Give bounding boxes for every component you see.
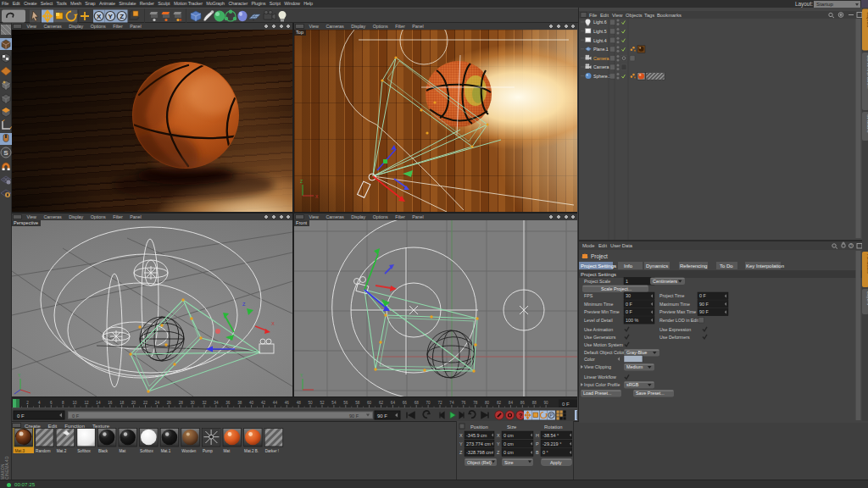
svg-text:0 F: 0 F bbox=[626, 309, 632, 314]
svg-text:Apply: Apply bbox=[550, 460, 562, 465]
svg-text:Objects: Objects bbox=[626, 13, 643, 18]
svg-text:Use Animation: Use Animation bbox=[584, 327, 613, 332]
svg-text:Mat.1: Mat.1 bbox=[161, 449, 171, 453]
svg-text:Use Generators: Use Generators bbox=[584, 335, 616, 340]
svg-text:42: 42 bbox=[261, 401, 266, 405]
svg-text:X: X bbox=[97, 13, 102, 20]
svg-text:S: S bbox=[3, 149, 8, 157]
svg-text:76: 76 bbox=[461, 401, 466, 405]
svg-text:X: X bbox=[497, 433, 500, 438]
svg-text:Project Settings: Project Settings bbox=[581, 263, 616, 269]
svg-text:0 F: 0 F bbox=[72, 413, 80, 419]
svg-text:Linear Workflow: Linear Workflow bbox=[584, 374, 616, 380]
svg-text:Preview Max Time: Preview Max Time bbox=[659, 309, 696, 314]
svg-text:70: 70 bbox=[426, 401, 431, 405]
svg-text:Mat.2 B.: Mat.2 B. bbox=[244, 449, 259, 453]
svg-text:58: 58 bbox=[355, 401, 360, 405]
svg-text:Scale Project...: Scale Project... bbox=[601, 286, 632, 291]
svg-text:0 F: 0 F bbox=[17, 413, 25, 419]
svg-text:10: 10 bbox=[73, 401, 78, 405]
svg-text:X: X bbox=[271, 321, 275, 326]
svg-text:B: B bbox=[536, 450, 539, 455]
svg-text:Edit: Edit bbox=[600, 13, 609, 18]
svg-text:Bookmarks: Bookmarks bbox=[657, 13, 682, 18]
svg-text:Random: Random bbox=[36, 449, 51, 453]
svg-text:14: 14 bbox=[96, 401, 101, 405]
svg-text:Rotation: Rotation bbox=[544, 424, 563, 430]
svg-text:Y: Y bbox=[108, 13, 114, 20]
svg-text:22: 22 bbox=[143, 401, 148, 405]
svg-text:62: 62 bbox=[379, 401, 384, 405]
svg-text:Color: Color bbox=[584, 357, 595, 362]
svg-text:28: 28 bbox=[179, 401, 184, 405]
svg-text:Sphere.1: Sphere.1 bbox=[593, 74, 611, 79]
svg-text:0 F: 0 F bbox=[699, 293, 706, 298]
svg-text:H: H bbox=[536, 433, 539, 438]
svg-text:File: File bbox=[589, 13, 597, 18]
svg-text:Mat.2: Mat.2 bbox=[57, 449, 67, 453]
svg-text:Z: Z bbox=[242, 302, 246, 307]
svg-text:Camera: Camera bbox=[593, 64, 609, 69]
svg-text:86: 86 bbox=[520, 401, 526, 405]
svg-text:Mat.3: Mat.3 bbox=[15, 449, 25, 453]
svg-text:X: X bbox=[315, 194, 319, 199]
svg-text:0 cm: 0 cm bbox=[504, 450, 514, 455]
svg-text:X: X bbox=[459, 433, 463, 438]
svg-text:50: 50 bbox=[309, 401, 314, 405]
svg-text:Light.5: Light.5 bbox=[593, 29, 607, 34]
svg-text:30: 30 bbox=[191, 401, 196, 405]
svg-text:Light.4: Light.4 bbox=[593, 38, 607, 43]
svg-text:Y: Y bbox=[459, 441, 463, 446]
svg-text:Medium: Medium bbox=[626, 364, 643, 369]
svg-text:FPS: FPS bbox=[584, 293, 593, 298]
svg-text:40: 40 bbox=[249, 401, 254, 405]
svg-text:26: 26 bbox=[167, 401, 172, 405]
svg-text:Wooden: Wooden bbox=[181, 449, 196, 453]
svg-text:Mode: Mode bbox=[582, 243, 595, 248]
svg-text:Edit: Edit bbox=[598, 243, 607, 248]
svg-text:Z: Z bbox=[497, 450, 500, 455]
svg-text:Project Settings: Project Settings bbox=[581, 272, 616, 277]
svg-text:Level of Detail: Level of Detail bbox=[584, 318, 613, 323]
svg-text:78: 78 bbox=[473, 401, 478, 405]
svg-text:Default Object Color: Default Object Color bbox=[584, 350, 625, 355]
svg-text:?: ? bbox=[519, 412, 523, 419]
svg-text:Z: Z bbox=[459, 450, 463, 455]
svg-text:Save Preset...: Save Preset... bbox=[636, 391, 665, 396]
svg-text:Centimeters: Centimeters bbox=[653, 279, 677, 284]
svg-text:16: 16 bbox=[108, 401, 113, 405]
svg-text:90: 90 bbox=[544, 401, 549, 405]
svg-text:Project Scale: Project Scale bbox=[584, 279, 610, 284]
svg-text:30: 30 bbox=[626, 293, 631, 298]
svg-text:Softbox: Softbox bbox=[77, 449, 91, 453]
svg-text:56: 56 bbox=[343, 401, 348, 405]
svg-text:Size: Size bbox=[507, 424, 516, 430]
svg-text:1: 1 bbox=[626, 279, 628, 284]
svg-text:38: 38 bbox=[237, 401, 242, 405]
svg-text:Softbox: Softbox bbox=[140, 449, 153, 453]
svg-text:Use Deformers: Use Deformers bbox=[659, 335, 690, 340]
svg-text:View Clipping: View Clipping bbox=[584, 364, 611, 369]
svg-text:68: 68 bbox=[415, 401, 420, 405]
svg-text:Dynamics: Dynamics bbox=[646, 263, 668, 269]
svg-text:Size: Size bbox=[504, 460, 514, 465]
svg-text:0 cm: 0 cm bbox=[504, 433, 514, 438]
svg-text:74: 74 bbox=[449, 401, 454, 405]
svg-text:Object (Rel): Object (Rel) bbox=[467, 460, 492, 465]
svg-text:Plane.1: Plane.1 bbox=[593, 47, 609, 52]
svg-text:Load Preset...: Load Preset... bbox=[583, 391, 612, 396]
svg-text:Light.6: Light.6 bbox=[593, 19, 607, 25]
svg-text:12: 12 bbox=[84, 401, 89, 405]
svg-text:Gray-Blue: Gray-Blue bbox=[626, 350, 647, 355]
svg-text:-345.9 cm: -345.9 cm bbox=[466, 433, 487, 438]
svg-text:24: 24 bbox=[155, 401, 160, 405]
svg-text:36: 36 bbox=[225, 401, 231, 405]
svg-text:Y: Y bbox=[497, 441, 500, 446]
svg-text:2: 2 bbox=[26, 401, 29, 405]
svg-text:44: 44 bbox=[273, 401, 278, 405]
svg-text:Mat: Mat bbox=[224, 449, 231, 453]
svg-text:90 F: 90 F bbox=[699, 302, 709, 307]
svg-text:-328.798 cm: -328.798 cm bbox=[466, 450, 492, 455]
svg-text:Tags: Tags bbox=[644, 13, 654, 18]
svg-text:66: 66 bbox=[403, 401, 408, 405]
